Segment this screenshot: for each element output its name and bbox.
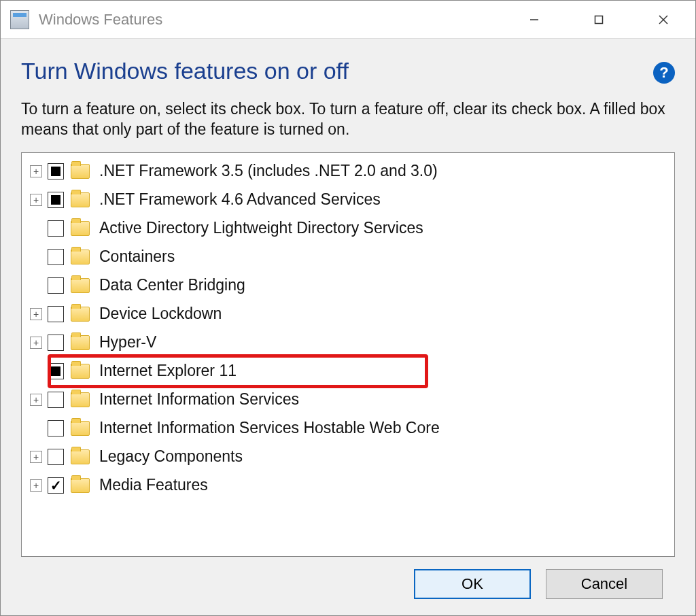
folder-icon xyxy=(71,364,90,379)
feature-checkbox[interactable] xyxy=(48,277,64,294)
folder-icon xyxy=(71,478,90,493)
expand-icon[interactable]: + xyxy=(30,308,42,320)
feature-checkbox[interactable] xyxy=(48,420,64,437)
feature-label: Internet Explorer 11 xyxy=(99,362,237,380)
dialog-buttons: OK Cancel xyxy=(21,569,675,615)
folder-icon xyxy=(71,192,90,207)
app-icon xyxy=(10,10,29,29)
feature-checkbox[interactable] xyxy=(48,363,64,379)
tree-item[interactable]: +Legacy Components xyxy=(26,443,674,471)
tree-item[interactable]: +Device Lockdown xyxy=(26,300,674,328)
expand-icon[interactable]: + xyxy=(30,394,42,406)
svg-rect-1 xyxy=(595,16,602,23)
expand-icon[interactable]: + xyxy=(30,337,42,349)
content-area: Turn Windows features on or off ? To tur… xyxy=(1,39,695,615)
feature-label: .NET Framework 4.6 Advanced Services xyxy=(99,190,381,209)
tree-item[interactable]: +.NET Framework 4.6 Advanced Services xyxy=(26,186,674,214)
expand-icon[interactable]: + xyxy=(30,451,42,463)
feature-label: Legacy Components xyxy=(99,447,243,466)
expand-icon[interactable]: + xyxy=(30,194,42,206)
tree-item[interactable]: Data Center Bridging xyxy=(26,271,674,300)
tree-item[interactable]: +Media Features xyxy=(26,471,674,500)
feature-label: Containers xyxy=(99,247,175,266)
ok-button[interactable]: OK xyxy=(414,569,531,599)
features-tree: +.NET Framework 3.5 (includes .NET 2.0 a… xyxy=(21,152,675,557)
folder-icon xyxy=(71,221,90,236)
expand-icon[interactable]: + xyxy=(30,479,42,492)
feature-checkbox[interactable] xyxy=(48,335,64,351)
feature-checkbox[interactable] xyxy=(48,220,64,237)
feature-checkbox[interactable] xyxy=(48,306,64,322)
feature-label: .NET Framework 3.5 (includes .NET 2.0 an… xyxy=(99,162,438,180)
window-controls xyxy=(502,1,695,38)
folder-icon xyxy=(71,421,90,436)
feature-checkbox[interactable] xyxy=(48,477,64,494)
feature-label: Device Lockdown xyxy=(99,305,222,323)
feature-label: Active Directory Lightweight Directory S… xyxy=(99,219,423,237)
tree-item[interactable]: Internet Explorer 11 xyxy=(26,357,674,386)
close-button[interactable] xyxy=(631,1,695,38)
page-description: To turn a feature on, select its check b… xyxy=(21,99,675,140)
page-heading: Turn Windows features on or off xyxy=(21,58,349,84)
feature-label: Internet Information Services Hostable W… xyxy=(99,419,440,437)
folder-icon xyxy=(71,278,90,293)
minimize-icon xyxy=(529,15,539,24)
cancel-button[interactable]: Cancel xyxy=(546,569,663,599)
feature-label: Hyper-V xyxy=(99,333,156,352)
feature-checkbox[interactable] xyxy=(48,392,64,408)
minimize-button[interactable] xyxy=(502,1,566,38)
folder-icon xyxy=(71,335,90,350)
feature-label: Data Center Bridging xyxy=(99,276,245,294)
help-icon[interactable]: ? xyxy=(653,62,675,84)
tree-item[interactable]: +Internet Information Services xyxy=(26,386,674,414)
folder-icon xyxy=(71,392,90,407)
feature-checkbox[interactable] xyxy=(48,163,64,179)
folder-icon xyxy=(71,164,90,179)
tree-item[interactable]: Containers xyxy=(26,243,674,271)
feature-checkbox[interactable] xyxy=(48,249,64,265)
expand-icon[interactable]: + xyxy=(30,165,42,177)
folder-icon xyxy=(71,307,90,322)
close-icon xyxy=(658,14,669,25)
maximize-icon xyxy=(594,15,604,24)
tree-item[interactable]: Active Directory Lightweight Directory S… xyxy=(26,214,674,243)
folder-icon xyxy=(71,250,90,264)
tree-item[interactable]: +.NET Framework 3.5 (includes .NET 2.0 a… xyxy=(26,157,674,186)
windows-features-dialog: Windows Features Turn Windows features o… xyxy=(0,0,696,616)
window-title: Windows Features xyxy=(39,11,502,29)
maximize-button[interactable] xyxy=(566,1,631,38)
folder-icon xyxy=(71,449,90,464)
tree-item[interactable]: +Hyper-V xyxy=(26,328,674,357)
features-tree-scroll[interactable]: +.NET Framework 3.5 (includes .NET 2.0 a… xyxy=(22,153,674,556)
feature-checkbox[interactable] xyxy=(48,192,64,208)
titlebar: Windows Features xyxy=(1,1,695,39)
feature-checkbox[interactable] xyxy=(48,449,64,465)
feature-label: Media Features xyxy=(99,476,208,494)
feature-label: Internet Information Services xyxy=(99,390,299,409)
tree-item[interactable]: Internet Information Services Hostable W… xyxy=(26,414,674,443)
